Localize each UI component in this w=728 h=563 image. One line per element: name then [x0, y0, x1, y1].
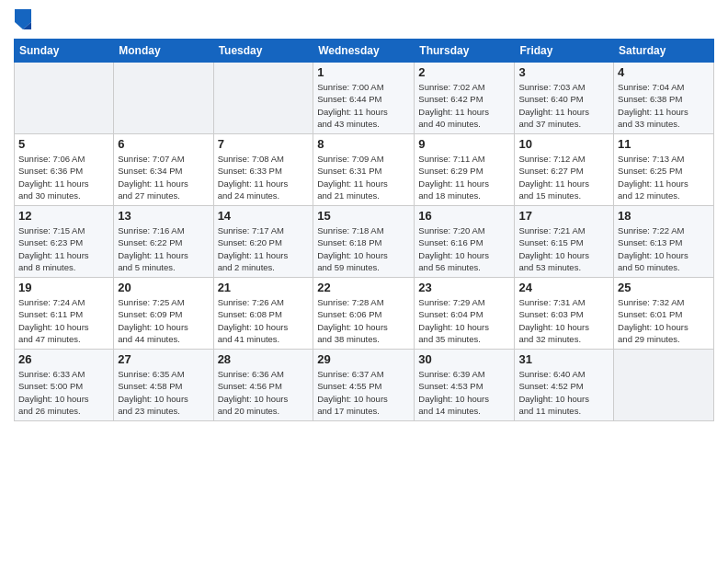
day-number: 27 [118, 352, 209, 366]
day-cell: 29Sunrise: 6:37 AM Sunset: 4:55 PM Dayli… [313, 350, 415, 421]
day-cell: 3Sunrise: 7:03 AM Sunset: 6:40 PM Daylig… [515, 63, 614, 134]
day-cell: 18Sunrise: 7:22 AM Sunset: 6:13 PM Dayli… [614, 206, 714, 278]
day-number: 4 [618, 65, 710, 79]
day-info: Sunrise: 7:20 AM Sunset: 6:16 PM Dayligh… [418, 224, 510, 273]
day-info: Sunrise: 7:28 AM Sunset: 6:06 PM Dayligh… [317, 296, 410, 345]
day-info: Sunrise: 7:21 AM Sunset: 6:15 PM Dayligh… [518, 224, 609, 273]
day-number: 3 [518, 65, 609, 79]
day-info: Sunrise: 7:16 AM Sunset: 6:22 PM Dayligh… [118, 224, 209, 273]
day-cell: 5Sunrise: 7:06 AM Sunset: 6:36 PM Daylig… [15, 134, 114, 206]
header [14, 9, 714, 33]
day-number: 14 [218, 209, 310, 223]
day-info: Sunrise: 7:06 AM Sunset: 6:36 PM Dayligh… [18, 153, 109, 201]
day-info: Sunrise: 7:04 AM Sunset: 6:38 PM Dayligh… [618, 81, 710, 130]
day-info: Sunrise: 7:24 AM Sunset: 6:11 PM Dayligh… [18, 296, 109, 345]
day-header-wednesday: Wednesday [313, 40, 415, 63]
day-number: 21 [218, 281, 310, 294]
day-info: Sunrise: 7:08 AM Sunset: 6:33 PM Dayligh… [218, 153, 310, 201]
day-number: 1 [317, 65, 410, 79]
page: SundayMondayTuesdayWednesdayThursdayFrid… [0, 0, 728, 563]
day-cell: 17Sunrise: 7:21 AM Sunset: 6:15 PM Dayli… [515, 206, 614, 278]
day-cell: 9Sunrise: 7:11 AM Sunset: 6:29 PM Daylig… [415, 134, 515, 206]
day-info: Sunrise: 7:32 AM Sunset: 6:01 PM Dayligh… [618, 296, 710, 345]
day-info: Sunrise: 7:22 AM Sunset: 6:13 PM Dayligh… [618, 224, 710, 273]
day-cell [15, 63, 114, 134]
day-info: Sunrise: 7:02 AM Sunset: 6:42 PM Dayligh… [418, 81, 510, 130]
day-number: 16 [418, 209, 510, 223]
day-header-sunday: Sunday [15, 40, 114, 63]
day-cell: 15Sunrise: 7:18 AM Sunset: 6:18 PM Dayli… [313, 206, 415, 278]
day-number: 25 [618, 281, 710, 294]
day-cell: 16Sunrise: 7:20 AM Sunset: 6:16 PM Dayli… [415, 206, 515, 278]
day-header-thursday: Thursday [415, 40, 515, 63]
day-cell: 8Sunrise: 7:09 AM Sunset: 6:31 PM Daylig… [313, 134, 415, 206]
header-row: SundayMondayTuesdayWednesdayThursdayFrid… [15, 40, 714, 63]
week-row-4: 19Sunrise: 7:24 AM Sunset: 6:11 PM Dayli… [15, 278, 714, 350]
week-row-1: 1Sunrise: 7:00 AM Sunset: 6:44 PM Daylig… [15, 63, 714, 134]
day-number: 10 [518, 137, 609, 151]
day-info: Sunrise: 7:15 AM Sunset: 6:23 PM Dayligh… [18, 224, 109, 273]
day-info: Sunrise: 6:37 AM Sunset: 4:55 PM Dayligh… [317, 368, 410, 417]
day-number: 8 [317, 137, 410, 151]
day-cell: 25Sunrise: 7:32 AM Sunset: 6:01 PM Dayli… [614, 278, 714, 350]
day-number: 28 [218, 352, 310, 366]
day-number: 18 [618, 209, 710, 223]
day-info: Sunrise: 7:12 AM Sunset: 6:27 PM Dayligh… [518, 153, 609, 201]
day-number: 22 [317, 281, 410, 294]
day-cell: 28Sunrise: 6:36 AM Sunset: 4:56 PM Dayli… [213, 350, 313, 421]
day-number: 26 [18, 352, 109, 366]
day-cell: 24Sunrise: 7:31 AM Sunset: 6:03 PM Dayli… [515, 278, 614, 350]
day-number: 7 [218, 137, 310, 151]
day-cell: 1Sunrise: 7:00 AM Sunset: 6:44 PM Daylig… [313, 63, 415, 134]
day-cell: 20Sunrise: 7:25 AM Sunset: 6:09 PM Dayli… [114, 278, 213, 350]
day-number: 2 [418, 65, 510, 79]
week-row-5: 26Sunrise: 6:33 AM Sunset: 5:00 PM Dayli… [15, 350, 714, 421]
calendar-table: SundayMondayTuesdayWednesdayThursdayFrid… [14, 39, 714, 421]
day-info: Sunrise: 7:26 AM Sunset: 6:08 PM Dayligh… [218, 296, 310, 345]
day-info: Sunrise: 7:31 AM Sunset: 6:03 PM Dayligh… [518, 296, 609, 345]
day-cell: 11Sunrise: 7:13 AM Sunset: 6:25 PM Dayli… [614, 134, 714, 206]
logo [14, 9, 33, 33]
day-number: 12 [18, 209, 109, 223]
day-number: 13 [118, 209, 209, 223]
day-cell [114, 63, 213, 134]
day-number: 5 [18, 137, 109, 151]
day-cell: 12Sunrise: 7:15 AM Sunset: 6:23 PM Dayli… [15, 206, 114, 278]
day-header-monday: Monday [114, 40, 213, 63]
day-cell: 22Sunrise: 7:28 AM Sunset: 6:06 PM Dayli… [313, 278, 415, 350]
day-cell: 26Sunrise: 6:33 AM Sunset: 5:00 PM Dayli… [15, 350, 114, 421]
day-info: Sunrise: 6:39 AM Sunset: 4:53 PM Dayligh… [418, 368, 510, 417]
day-cell [213, 63, 313, 134]
logo-icon [15, 9, 31, 29]
day-cell: 2Sunrise: 7:02 AM Sunset: 6:42 PM Daylig… [415, 63, 515, 134]
day-info: Sunrise: 7:00 AM Sunset: 6:44 PM Dayligh… [317, 81, 410, 130]
day-number: 19 [18, 281, 109, 294]
day-cell: 13Sunrise: 7:16 AM Sunset: 6:22 PM Dayli… [114, 206, 213, 278]
day-cell [614, 350, 714, 421]
day-number: 29 [317, 352, 410, 366]
day-cell: 4Sunrise: 7:04 AM Sunset: 6:38 PM Daylig… [614, 63, 714, 134]
day-number: 24 [518, 281, 609, 294]
day-header-saturday: Saturday [614, 40, 714, 63]
day-number: 31 [518, 352, 609, 366]
day-number: 9 [418, 137, 510, 151]
week-row-3: 12Sunrise: 7:15 AM Sunset: 6:23 PM Dayli… [15, 206, 714, 278]
day-number: 30 [418, 352, 510, 366]
day-cell: 6Sunrise: 7:07 AM Sunset: 6:34 PM Daylig… [114, 134, 213, 206]
day-cell: 27Sunrise: 6:35 AM Sunset: 4:58 PM Dayli… [114, 350, 213, 421]
day-info: Sunrise: 6:33 AM Sunset: 5:00 PM Dayligh… [18, 368, 109, 417]
day-info: Sunrise: 7:09 AM Sunset: 6:31 PM Dayligh… [317, 153, 410, 201]
day-info: Sunrise: 7:03 AM Sunset: 6:40 PM Dayligh… [518, 81, 609, 130]
day-info: Sunrise: 7:25 AM Sunset: 6:09 PM Dayligh… [118, 296, 209, 345]
day-cell: 30Sunrise: 6:39 AM Sunset: 4:53 PM Dayli… [415, 350, 515, 421]
day-info: Sunrise: 7:29 AM Sunset: 6:04 PM Dayligh… [418, 296, 510, 345]
day-cell: 14Sunrise: 7:17 AM Sunset: 6:20 PM Dayli… [213, 206, 313, 278]
day-header-tuesday: Tuesday [213, 40, 313, 63]
day-info: Sunrise: 7:07 AM Sunset: 6:34 PM Dayligh… [118, 153, 209, 201]
day-number: 6 [118, 137, 209, 151]
week-row-2: 5Sunrise: 7:06 AM Sunset: 6:36 PM Daylig… [15, 134, 714, 206]
day-info: Sunrise: 7:11 AM Sunset: 6:29 PM Dayligh… [418, 153, 510, 201]
day-info: Sunrise: 6:35 AM Sunset: 4:58 PM Dayligh… [118, 368, 209, 417]
day-info: Sunrise: 7:18 AM Sunset: 6:18 PM Dayligh… [317, 224, 410, 273]
day-info: Sunrise: 7:17 AM Sunset: 6:20 PM Dayligh… [218, 224, 310, 273]
